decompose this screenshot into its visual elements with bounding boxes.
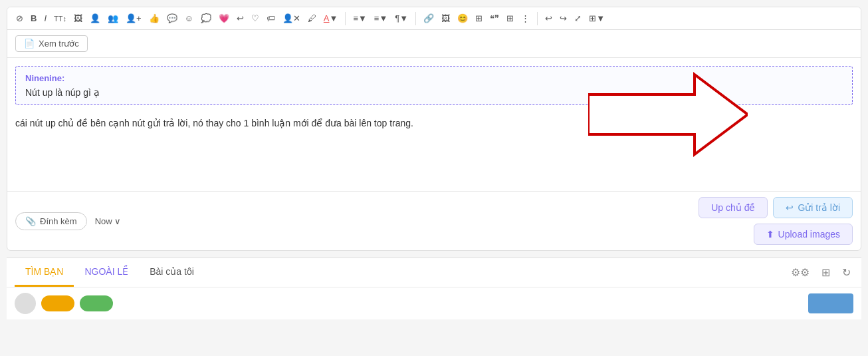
tabs-container: TÌM BẠN NGOÀI LỀ Bài của tôi ⚙⚙ ⊞ ↻ [7, 258, 861, 287]
toolbar-divider-3 [537, 12, 538, 25]
text-size-btn[interactable]: TT↕ [51, 13, 70, 25]
upload-images-button[interactable]: ⬆ Upload images [754, 224, 853, 245]
user-add-btn[interactable]: 👤+ [122, 11, 145, 25]
tab-bai-cua-toi[interactable]: Bài của tôi [139, 258, 205, 287]
action-row: Up chủ đề ↩ Gửi trả lời [699, 197, 853, 218]
bold-btn[interactable]: B [27, 11, 40, 25]
person-tag-btn[interactable]: 🏷 [263, 11, 278, 25]
settings-icon-btn[interactable]: ⚙⚙ [788, 264, 812, 281]
toolbar-divider-1 [345, 12, 346, 25]
content-area: Ninenine: Nút up là núp gì ạ cái nút up … [7, 58, 861, 191]
now-label: Now [95, 216, 112, 226]
view-btn[interactable]: ⊞▼ [586, 11, 608, 25]
editor-container: ⊘ B I TT↕ 🖼 👤 👥 👤+ 👍 💬 ☺ 💭 💗 ↩ ♡ 🏷 👤✕ 🖊 … [7, 7, 861, 251]
table-btn[interactable]: ⊞ [503, 11, 517, 25]
now-button[interactable]: Now ∨ [95, 216, 121, 226]
blue-action-button[interactable] [808, 293, 853, 313]
bottom-bar: 📎 Đính kèm Now ∨ Up chủ đề ↩ Gửi trả lời [7, 191, 861, 250]
toolbar-divider-2 [415, 12, 416, 25]
preview-bar: 📄 Xem trước [7, 30, 861, 58]
smile-btn[interactable]: ☺ [181, 11, 197, 25]
heart-chat-btn[interactable]: 💗 [215, 11, 233, 25]
tab-ngoai-le[interactable]: NGOÀI LỀ [74, 258, 139, 287]
toolbar: ⊘ B I TT↕ 🖼 👤 👥 👤+ 👍 💬 ☺ 💭 💗 ↩ ♡ 🏷 👤✕ 🖊 … [7, 7, 861, 30]
preview-button[interactable]: 📄 Xem trước [15, 35, 88, 52]
quote-btn[interactable]: ❝❞ [487, 11, 502, 25]
tabs-right: ⚙⚙ ⊞ ↻ [788, 264, 853, 281]
bottom-right-actions: Up chủ đề ↩ Gửi trả lời ⬆ Upload images [699, 197, 853, 245]
highlight-btn[interactable]: 🖊 [304, 11, 320, 25]
paragraph-btn[interactable]: ¶▼ [391, 11, 411, 25]
undo-btn[interactable]: ↩ [542, 11, 556, 25]
thumbsup-btn[interactable]: 👍 [146, 11, 163, 25]
toolbar-history-section: ↩ ↪ ⤢ ⊞▼ [542, 11, 608, 25]
red-arrow-decoration [588, 71, 748, 158]
preview-icon: 📄 [24, 39, 35, 49]
send-label: Gửi trả lời [798, 202, 840, 213]
tab-tim-ban-label: TÌM BẠN [25, 266, 63, 277]
now-chevron-icon: ∨ [114, 216, 121, 226]
upload-icon: ⬆ [766, 229, 774, 240]
image-btn[interactable]: 🖼 [438, 11, 453, 25]
person-x-btn[interactable]: 👤✕ [279, 11, 304, 25]
italic-btn[interactable]: I [41, 11, 50, 25]
expand-btn[interactable]: ⤢ [571, 11, 585, 25]
image-inline-btn[interactable]: 🖼 [70, 11, 86, 25]
attach-icon: 📎 [25, 216, 36, 226]
heart-btn[interactable]: ♡ [248, 11, 263, 25]
refresh-icon-btn[interactable]: ↻ [839, 264, 853, 281]
svg-marker-0 [588, 75, 748, 154]
bottom-left-actions: 📎 Đính kèm Now ∨ [15, 212, 121, 230]
chat-bubble-btn[interactable]: 💭 [197, 11, 215, 25]
reply-quote-btn[interactable]: ↩ [233, 11, 247, 25]
color-pill-orange [41, 295, 74, 311]
preview-label: Xem trước [39, 39, 79, 49]
more-btn[interactable]: ⋮ [518, 11, 533, 25]
align-btn[interactable]: ≡▼ [371, 11, 391, 25]
send-reply-button[interactable]: ↩ Gửi trả lời [773, 197, 853, 218]
bottom-tab-content [7, 287, 861, 319]
toolbar-insert-section: 🔗 🖼 😊 ⊞ ❝❞ ⊞ ⋮ [420, 11, 533, 25]
color-pill-green [80, 295, 113, 311]
table-img-btn[interactable]: ⊞ [472, 11, 486, 25]
grid-icon-btn[interactable]: ⊞ [819, 264, 833, 281]
send-icon: ↩ [786, 202, 794, 213]
upload-row: ⬆ Upload images [754, 224, 853, 245]
attach-button[interactable]: 📎 Đính kèm [15, 212, 87, 230]
tab-bai-cua-toi-label: Bài của tôi [150, 266, 194, 277]
eraser-btn[interactable]: ⊘ [13, 11, 27, 25]
tab-tim-ban[interactable]: TÌM BẠN [15, 258, 74, 287]
list-btn[interactable]: ≡▼ [350, 11, 370, 25]
redo-btn[interactable]: ↪ [556, 11, 570, 25]
toolbar-format-section: ⊘ B I TT↕ 🖼 👤 👥 👤+ 👍 💬 ☺ 💭 💗 ↩ ♡ 🏷 👤✕ 🖊 … [13, 11, 341, 25]
comment-btn[interactable]: 💬 [163, 11, 181, 25]
emoji-btn[interactable]: 😊 [454, 11, 471, 25]
link-btn[interactable]: 🔗 [420, 11, 437, 25]
group-mention-btn[interactable]: 👥 [104, 11, 122, 25]
font-color-btn[interactable]: A▼ [320, 11, 342, 25]
toolbar-align-section: ≡▼ ≡▼ ¶▼ [350, 11, 411, 25]
tabs-left: TÌM BẠN NGOÀI LỀ Bài của tôi [15, 258, 205, 287]
attach-label: Đính kèm [40, 216, 77, 226]
tab-ngoai-le-label: NGOÀI LỀ [84, 266, 128, 277]
mention-btn[interactable]: 👤 [86, 11, 104, 25]
upload-label: Upload images [778, 229, 840, 240]
up-label: Up chủ đề [711, 202, 755, 213]
avatar [15, 293, 36, 314]
up-topic-button[interactable]: Up chủ đề [699, 197, 768, 218]
